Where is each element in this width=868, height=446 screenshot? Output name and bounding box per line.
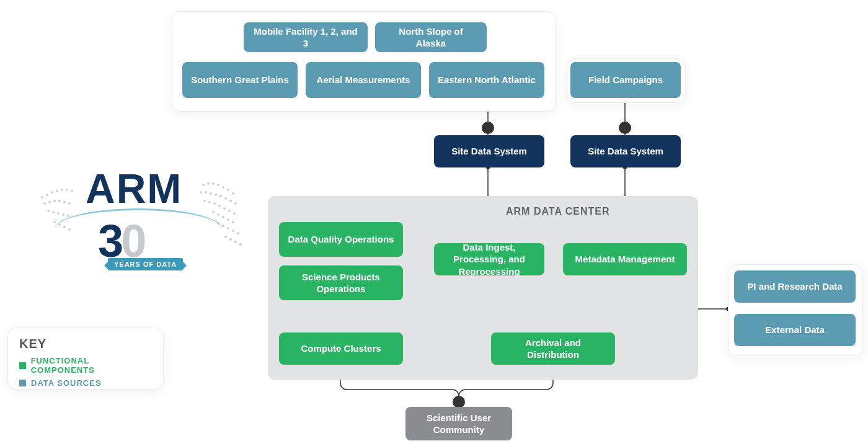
node-compute: Compute Clusters	[279, 332, 403, 365]
node-spo: Science Products Operations	[279, 265, 403, 300]
svg-point-30	[58, 200, 61, 202]
svg-point-22	[51, 191, 53, 194]
svg-point-47	[227, 189, 229, 191]
svg-point-28	[48, 201, 51, 203]
svg-point-3	[619, 122, 631, 134]
svg-point-76	[234, 241, 237, 243]
node-label: Science Products Operations	[288, 271, 394, 295]
node-label: External Data	[765, 324, 825, 336]
square-icon	[19, 380, 26, 386]
svg-point-54	[224, 197, 227, 200]
node-label: Compute Clusters	[301, 342, 381, 355]
svg-point-77	[239, 243, 242, 246]
svg-point-74	[224, 236, 227, 238]
node-label: North Slope of Alaska	[384, 25, 478, 50]
node-label: Metadata Management	[575, 253, 675, 265]
square-icon	[19, 362, 26, 369]
svg-point-29	[53, 200, 56, 202]
arm-banner: YEARS OF DATA	[108, 258, 183, 270]
svg-point-70	[222, 225, 224, 227]
svg-point-34	[52, 211, 55, 213]
node-ingest: Data Ingest, Processing, and Reprocessin…	[434, 243, 544, 275]
svg-point-27	[43, 202, 46, 205]
svg-point-71	[227, 227, 229, 230]
svg-point-25	[66, 189, 68, 191]
svg-point-35	[57, 212, 60, 215]
svg-point-61	[223, 207, 226, 210]
svg-point-36	[62, 213, 64, 216]
node-metadata: Metadata Management	[563, 243, 687, 275]
svg-point-38	[53, 221, 56, 223]
svg-point-44	[212, 182, 215, 185]
svg-point-26	[71, 190, 73, 192]
node-community: Scientific User Community	[405, 407, 512, 440]
svg-point-67	[227, 218, 229, 221]
arm-data-center-title: ARM DATA CENTER	[506, 206, 610, 217]
node-dqo: Data Quality Operations	[279, 222, 403, 257]
svg-point-59	[213, 202, 216, 205]
key-title: KEY	[19, 337, 152, 351]
node-mobile-facility: Mobile Facility 1, 2, and 3	[244, 22, 368, 52]
svg-point-68	[232, 221, 234, 223]
node-archival: Archival and Distribution	[491, 332, 615, 365]
svg-point-58	[208, 201, 211, 203]
svg-point-52	[215, 194, 217, 196]
node-label: Mobile Facility 1, 2, and 3	[252, 25, 359, 50]
svg-point-24	[61, 189, 63, 191]
node-label: Southern Great Plains	[191, 74, 289, 86]
svg-point-53	[219, 195, 222, 197]
svg-point-73	[237, 232, 239, 234]
svg-point-63	[233, 212, 236, 215]
key-label: DATA SOURCES	[31, 378, 102, 388]
node-field-campaigns: Field Campaigns	[570, 62, 681, 98]
svg-point-60	[218, 205, 221, 207]
svg-point-57	[203, 200, 206, 202]
node-nsa: North Slope of Alaska	[375, 22, 487, 52]
node-label: Data Ingest, Processing, and Reprocessin…	[443, 241, 536, 278]
node-label: Eastern North Atlantic	[438, 74, 536, 86]
svg-point-32	[68, 202, 71, 205]
svg-point-33	[47, 210, 50, 212]
svg-point-43	[207, 182, 210, 185]
arm-logo: ARM 30 YEARS OF DATA	[30, 160, 253, 278]
node-sgp: Southern Great Plains	[182, 62, 298, 98]
svg-point-46	[222, 186, 224, 189]
svg-point-19	[453, 396, 465, 408]
key-label: FUNCTIONAL COMPONENTS	[31, 356, 152, 375]
svg-point-45	[217, 184, 219, 186]
node-label: Site Data System	[451, 145, 527, 158]
node-ena: Eastern North Atlantic	[429, 62, 544, 98]
svg-point-56	[234, 202, 237, 205]
node-site-data-system-a: Site Data System	[434, 135, 544, 167]
node-label: Archival and Distribution	[500, 337, 606, 361]
arm-brand-text: ARM	[86, 165, 182, 212]
node-label: Field Campaigns	[588, 74, 663, 86]
node-aerial: Aerial Measurements	[306, 62, 421, 98]
key-row-functional: FUNCTIONAL COMPONENTS	[19, 356, 152, 375]
svg-point-62	[228, 210, 231, 212]
svg-point-66	[222, 216, 224, 218]
svg-point-21	[46, 194, 48, 196]
node-label: PI and Research Data	[747, 280, 842, 293]
node-site-data-system-b: Site Data System	[570, 135, 681, 167]
key-row-data-sources: DATA SOURCES	[19, 378, 152, 388]
svg-point-20	[41, 196, 43, 198]
key-panel: KEY FUNCTIONAL COMPONENTS DATA SOURCES	[7, 328, 164, 390]
svg-point-23	[56, 190, 58, 192]
diagram-stage: Mobile Facility 1, 2, and 3 North Slope …	[0, 0, 868, 446]
svg-point-49	[200, 191, 202, 194]
svg-point-55	[229, 200, 232, 202]
svg-point-65	[217, 213, 219, 216]
svg-point-48	[232, 192, 234, 195]
node-label: Aerial Measurements	[317, 74, 410, 86]
svg-point-51	[210, 192, 212, 195]
svg-point-64	[212, 211, 215, 213]
svg-point-1	[482, 122, 494, 134]
svg-point-31	[63, 201, 66, 203]
node-pi-research: PI and Research Data	[734, 270, 856, 303]
node-label: Scientific User Community	[414, 412, 503, 436]
svg-point-75	[229, 238, 232, 241]
node-label: Data Quality Operations	[288, 233, 394, 246]
svg-point-42	[202, 184, 205, 186]
node-label: Site Data System	[588, 145, 663, 158]
